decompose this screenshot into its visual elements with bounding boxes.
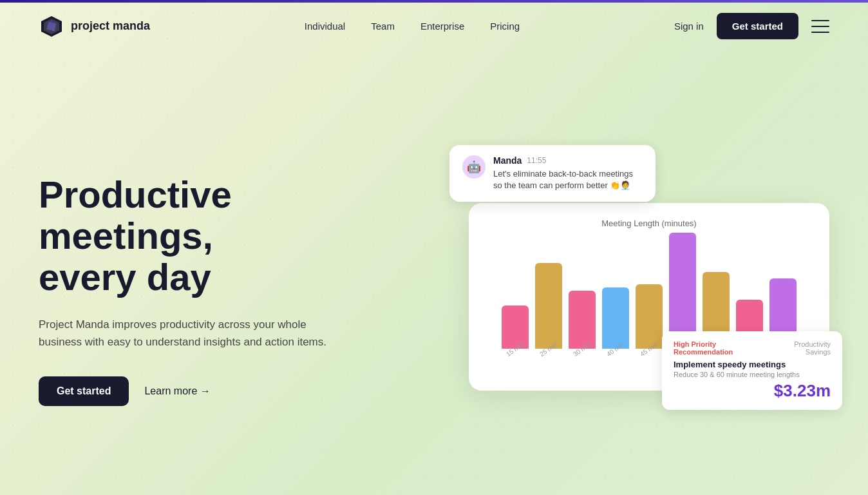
chart-card: Meeting Length (minutes) 15 min25 min30 … [469, 203, 829, 391]
bar-group: 40 min [602, 287, 629, 361]
nav-team[interactable]: Team [371, 21, 395, 32]
chat-header: Manda 11:55 [493, 155, 643, 166]
avatar-emoji: 🤖 [467, 160, 481, 174]
hero-subtitle: Project Manda improves productivity acro… [39, 316, 335, 351]
rec-title: Implement speedy meetings [674, 360, 831, 369]
bar-group: 45 min [636, 284, 663, 360]
hero-title-line2: every day [39, 256, 211, 298]
nav-right: Sign in Get started [674, 13, 829, 39]
bar-group: 15 min [502, 306, 529, 360]
menu-line-1 [811, 20, 829, 21]
chat-timestamp: 11:55 [527, 156, 546, 165]
learn-more-button[interactable]: Learn more → [144, 385, 210, 397]
bar-group: 30 min [569, 291, 596, 361]
hero-title-line1: Productive meetings, [39, 173, 232, 257]
bar-group: 25 min [535, 263, 562, 361]
hero-right: 🤖 Manda 11:55 Let's eliminate back-to-ba… [469, 164, 829, 391]
manda-avatar: 🤖 [462, 155, 486, 179]
hero-buttons: Get started Learn more → [39, 376, 373, 406]
menu-line-3 [811, 32, 829, 33]
logo-link[interactable]: project manda [39, 14, 150, 39]
nav-individual[interactable]: Individual [305, 21, 345, 32]
menu-line-2 [811, 26, 829, 27]
rec-description: Reduce 30 & 60 minute meeting lengths [674, 371, 831, 378]
chat-content: Manda 11:55 Let's eliminate back-to-back… [493, 155, 643, 191]
get-started-nav-button[interactable]: Get started [717, 13, 798, 39]
hero-section: Productive meetings, every day Project M… [0, 52, 868, 489]
sign-in-link[interactable]: Sign in [674, 21, 704, 32]
chart-bar [602, 287, 629, 349]
chart-bar [535, 263, 562, 349]
chat-message-text: Let's eliminate back-to-back meetings so… [493, 168, 643, 191]
main-nav: project manda Individual Team Enterprise… [0, 0, 868, 52]
hamburger-menu-icon[interactable] [811, 20, 829, 33]
hero-left: Productive meetings, every day Project M… [39, 148, 373, 406]
nav-links: Individual Team Enterprise Pricing [305, 21, 520, 32]
chart-bar [636, 284, 663, 348]
rec-savings-label: Productivity Savings [771, 340, 831, 356]
chat-sender-name: Manda [493, 155, 522, 166]
chart-bar [569, 291, 596, 349]
rec-header: High Priority Recommendation Productivit… [674, 340, 831, 356]
nav-pricing[interactable]: Pricing [490, 21, 520, 32]
chat-bubble: 🤖 Manda 11:55 Let's eliminate back-to-ba… [449, 145, 656, 202]
rec-priority-label: High Priority Recommendation [674, 340, 771, 356]
rec-amount: $3.23m [674, 381, 831, 401]
logo-text: project manda [71, 19, 150, 33]
recommendation-card: High Priority Recommendation Productivit… [662, 331, 842, 410]
get-started-hero-button[interactable]: Get started [39, 376, 129, 406]
logo-icon [39, 14, 64, 39]
hero-title: Productive meetings, every day [39, 174, 373, 297]
top-progress-bar [0, 0, 868, 3]
nav-enterprise[interactable]: Enterprise [420, 21, 464, 32]
chart-title: Meeting Length (minutes) [484, 218, 814, 228]
